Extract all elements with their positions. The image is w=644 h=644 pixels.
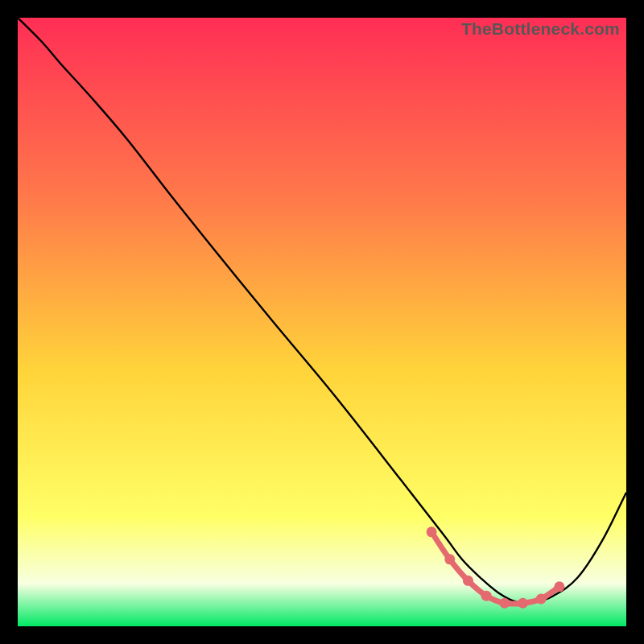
overlay-dot: [536, 593, 547, 604]
overlay-dot: [518, 598, 528, 609]
overlay-dot: [499, 598, 510, 609]
chart-frame: TheBottleneck.com: [0, 0, 644, 644]
overlay-dot: [444, 554, 455, 564]
plot-area: TheBottleneck.com: [18, 18, 626, 626]
overlay-dot: [427, 526, 437, 537]
overlay-dot: [554, 581, 564, 592]
watermark-text: TheBottleneck.com: [461, 19, 620, 39]
gradient-background: [18, 18, 626, 626]
overlay-dot: [481, 591, 492, 601]
overlay-dot: [463, 576, 473, 586]
chart-svg: [18, 18, 626, 626]
